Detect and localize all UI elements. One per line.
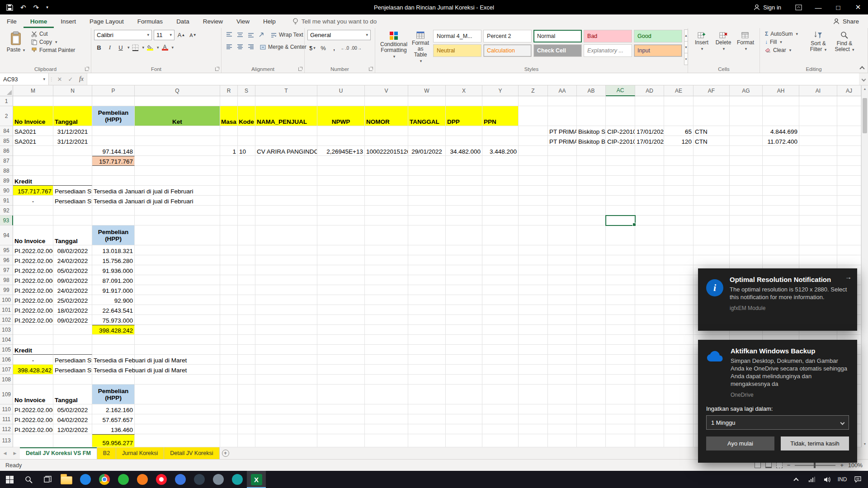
- cell-T101[interactable]: [255, 305, 317, 315]
- cell-M92[interactable]: [13, 206, 53, 216]
- cell-AB1[interactable]: [577, 96, 606, 106]
- cell-AC113[interactable]: [606, 434, 635, 447]
- cell-X2[interactable]: DPP: [446, 106, 482, 126]
- cell-U105[interactable]: [317, 345, 365, 355]
- cell-AA109[interactable]: [548, 385, 577, 404]
- cell-Y104[interactable]: [482, 335, 519, 345]
- cell-AC97[interactable]: [606, 265, 635, 275]
- cell-AD87[interactable]: [635, 156, 664, 166]
- cell-R97[interactable]: [220, 265, 238, 275]
- cell-R1[interactable]: [220, 96, 238, 106]
- cell-W96[interactable]: [408, 255, 446, 265]
- cell-Q86[interactable]: [135, 146, 220, 156]
- column-header-P[interactable]: P: [92, 85, 135, 96]
- cell-AF94[interactable]: [693, 225, 730, 245]
- row-header-104[interactable]: 104: [0, 335, 13, 345]
- cell-X106[interactable]: [446, 355, 482, 365]
- row-header-87[interactable]: 87: [0, 156, 13, 166]
- cell-AG86[interactable]: [730, 146, 763, 156]
- cell-U95[interactable]: [317, 245, 365, 255]
- cell-Q101[interactable]: [135, 305, 220, 315]
- cell-S112[interactable]: [238, 424, 255, 434]
- cell-AG85[interactable]: [730, 136, 763, 146]
- cell-Z93[interactable]: [519, 216, 548, 225]
- cell-V108[interactable]: [365, 375, 408, 385]
- cell-Z108[interactable]: [519, 375, 548, 385]
- cell-T112[interactable]: [255, 424, 317, 434]
- cell-AH95[interactable]: [763, 245, 799, 255]
- cell-U86[interactable]: 2,26945E+13: [317, 146, 365, 156]
- format-cells-button[interactable]: Format ▾: [734, 30, 757, 65]
- sheet-tab-b2[interactable]: B2: [97, 447, 116, 459]
- cell-R107[interactable]: [220, 365, 238, 375]
- start-button[interactable]: [0, 471, 19, 488]
- redo-icon[interactable]: ↷: [33, 4, 39, 11]
- cell-AC103[interactable]: [606, 325, 635, 335]
- alignment-dialog-launcher[interactable]: [298, 67, 302, 71]
- cell-AA108[interactable]: [548, 375, 577, 385]
- cell-AB104[interactable]: [577, 335, 606, 345]
- cell-W103[interactable]: [408, 325, 446, 335]
- delete-cells-button[interactable]: Delete ▾: [712, 30, 734, 65]
- taskbar-search-button[interactable]: [19, 471, 38, 488]
- column-header-T[interactable]: T: [255, 85, 317, 96]
- cell-R93[interactable]: [220, 216, 238, 225]
- cell-M95[interactable]: PI.2022.02.00007: [13, 245, 53, 255]
- cell-U110[interactable]: [317, 404, 365, 414]
- cell-AE111[interactable]: [664, 414, 693, 424]
- cell-AB98[interactable]: [577, 275, 606, 285]
- cell-S85[interactable]: [238, 136, 255, 146]
- cell-AA85[interactable]: PT PRIMA: [548, 136, 577, 146]
- cell-AE104[interactable]: [664, 335, 693, 345]
- cell-Z103[interactable]: [519, 325, 548, 335]
- cell-AF95[interactable]: [693, 245, 730, 255]
- cell-N96[interactable]: 24/02/2022: [53, 255, 92, 265]
- cell-V113[interactable]: [365, 434, 408, 447]
- cell-U101[interactable]: [317, 305, 365, 315]
- cell-AF96[interactable]: [693, 255, 730, 265]
- cell-AJ1[interactable]: [837, 96, 861, 106]
- column-header-AJ[interactable]: AJ: [837, 85, 861, 96]
- cell-AJ92[interactable]: [837, 206, 861, 216]
- cell-Z101[interactable]: [519, 305, 548, 315]
- row-header-96[interactable]: 96: [0, 255, 13, 265]
- cell-M84[interactable]: SA2021: [13, 126, 53, 136]
- cell-R105[interactable]: [220, 345, 238, 355]
- zoom-out-button[interactable]: −: [787, 462, 791, 469]
- normal-view-button[interactable]: [755, 462, 761, 468]
- cell-X111[interactable]: [446, 414, 482, 424]
- taskbar-excel[interactable]: [247, 471, 266, 488]
- ribbon-tab-home[interactable]: Home: [24, 14, 54, 28]
- cell-W95[interactable]: [408, 245, 446, 255]
- cell-AB108[interactable]: [577, 375, 606, 385]
- row-header-100[interactable]: 100: [0, 295, 13, 305]
- row-header-112[interactable]: 112: [0, 424, 13, 434]
- cell-T109[interactable]: [255, 385, 317, 404]
- cell-S102[interactable]: [238, 315, 255, 325]
- sheet-nav-prev-icon[interactable]: ◀: [0, 447, 10, 459]
- cell-T106[interactable]: [255, 355, 317, 365]
- cell-style-normal[interactable]: Normal: [533, 30, 582, 42]
- cell-N94[interactable]: Tanggal: [53, 225, 92, 245]
- cell-AE89[interactable]: [664, 176, 693, 186]
- cell-AI87[interactable]: [799, 156, 837, 166]
- cell-Z92[interactable]: [519, 206, 548, 216]
- cell-V105[interactable]: [365, 345, 408, 355]
- cell-X93[interactable]: [446, 216, 482, 225]
- column-header-AB[interactable]: AB: [577, 85, 606, 96]
- column-header-N[interactable]: N: [53, 85, 92, 96]
- cell-AE84[interactable]: 65: [664, 126, 693, 136]
- cell-S101[interactable]: [238, 305, 255, 315]
- cell-U106[interactable]: [317, 355, 365, 365]
- cell-AB103[interactable]: [577, 325, 606, 335]
- cell-M97[interactable]: PI.2022.02.00057: [13, 265, 53, 275]
- cell-Y100[interactable]: [482, 295, 519, 305]
- cell-Y84[interactable]: [482, 126, 519, 136]
- cell-P107[interactable]: Tersedia di Febuari di jual di Maret: [92, 365, 135, 375]
- cell-Z107[interactable]: [519, 365, 548, 375]
- cell-AJ94[interactable]: [837, 225, 861, 245]
- cell-Y101[interactable]: [482, 305, 519, 315]
- cell-AI86[interactable]: [799, 146, 837, 156]
- cell-AG94[interactable]: [730, 225, 763, 245]
- cell-Y85[interactable]: [482, 136, 519, 146]
